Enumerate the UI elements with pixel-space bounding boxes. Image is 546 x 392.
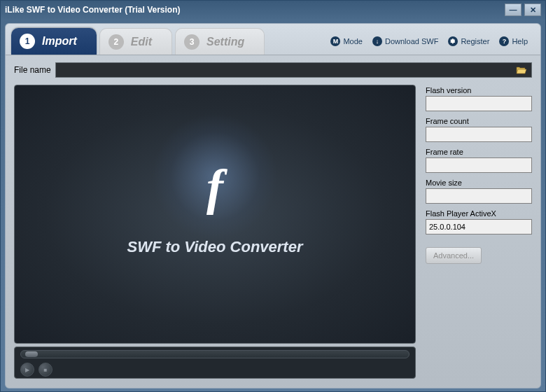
flash-activex-input[interactable] xyxy=(426,219,532,234)
main-area: File name f SWF to Video Converter xyxy=(6,55,540,384)
filename-row: File name xyxy=(14,62,532,78)
register-link[interactable]: ✽ Register xyxy=(448,36,489,46)
tab-number-icon: 1 xyxy=(20,34,35,49)
progress-handle[interactable] xyxy=(25,351,38,357)
frame-rate-label: Frame rate xyxy=(426,148,532,156)
advanced-button[interactable]: Advanced... xyxy=(426,247,482,264)
browse-button[interactable] xyxy=(515,64,528,76)
titlebar: iLike SWF to Video Converter (Trial Vers… xyxy=(1,1,545,19)
mode-label: Mode xyxy=(343,37,363,46)
flash-activex-field: Flash Player ActiveX xyxy=(426,209,532,234)
download-swf-link[interactable]: ↓ Download SWF xyxy=(372,36,438,46)
tab-setting[interactable]: 3 Setting xyxy=(175,28,265,55)
mode-icon: M xyxy=(330,36,340,46)
filename-input[interactable] xyxy=(55,62,532,78)
frame-rate-input[interactable] xyxy=(426,158,532,173)
download-label: Download SWF xyxy=(385,37,438,46)
tab-row: 1 Import 2 Edit 3 Setting M Mode ↓ Downl… xyxy=(6,24,540,55)
download-icon: ↓ xyxy=(372,36,382,46)
frame-count-label: Frame count xyxy=(426,117,532,125)
flash-icon: f xyxy=(206,159,223,217)
tab-label: Setting xyxy=(206,36,244,48)
tab-edit[interactable]: 2 Edit xyxy=(99,28,172,55)
toolbar-links: M Mode ↓ Download SWF ✽ Register ? Help xyxy=(330,36,535,46)
tab-number-icon: 3 xyxy=(184,34,200,50)
frame-rate-field: Frame rate xyxy=(426,148,532,173)
tab-import[interactable]: 1 Import xyxy=(11,28,97,55)
folder-open-icon xyxy=(516,65,527,75)
stop-button[interactable]: ■ xyxy=(38,363,52,377)
movie-size-field: Movie size xyxy=(426,178,532,204)
title-text: iLike SWF to Video Converter (Trial Vers… xyxy=(5,5,505,15)
filename-label: File name xyxy=(14,65,51,75)
help-icon: ? xyxy=(499,36,509,46)
minimize-button[interactable]: — xyxy=(505,4,522,16)
flash-version-label: Flash version xyxy=(426,86,532,94)
preview-text: SWF to Video Converter xyxy=(127,238,303,256)
info-column: Flash version Frame count Frame rate Mov… xyxy=(426,85,532,379)
help-link[interactable]: ? Help xyxy=(499,36,528,46)
movie-size-label: Movie size xyxy=(426,178,532,187)
flash-activex-label: Flash Player ActiveX xyxy=(426,209,532,218)
help-label: Help xyxy=(512,37,528,46)
flash-version-field: Flash version xyxy=(426,86,532,111)
tab-label: Edit xyxy=(131,36,152,48)
mode-link[interactable]: M Mode xyxy=(330,36,363,46)
flash-version-input[interactable] xyxy=(426,96,532,111)
preview-panel: f SWF to Video Converter xyxy=(14,85,416,344)
frame-count-field: Frame count xyxy=(426,117,532,142)
frame-count-input[interactable] xyxy=(426,127,532,142)
register-label: Register xyxy=(461,37,489,46)
movie-size-input[interactable] xyxy=(426,188,532,204)
close-button[interactable]: ✕ xyxy=(524,4,541,16)
tab-number-icon: 2 xyxy=(108,34,124,50)
workspace: f SWF to Video Converter ▶ ■ Flash versi… xyxy=(14,85,532,379)
register-icon: ✽ xyxy=(448,36,458,46)
player-bar: ▶ ■ xyxy=(14,346,416,379)
window-controls: — ✕ xyxy=(505,4,541,16)
play-button[interactable]: ▶ xyxy=(20,363,34,377)
preview-column: f SWF to Video Converter ▶ ■ xyxy=(14,85,416,379)
content-wrap: 1 Import 2 Edit 3 Setting M Mode ↓ Downl… xyxy=(5,23,541,388)
tab-label: Import xyxy=(42,35,77,48)
player-controls: ▶ ■ xyxy=(20,363,410,377)
progress-track[interactable] xyxy=(20,350,410,358)
